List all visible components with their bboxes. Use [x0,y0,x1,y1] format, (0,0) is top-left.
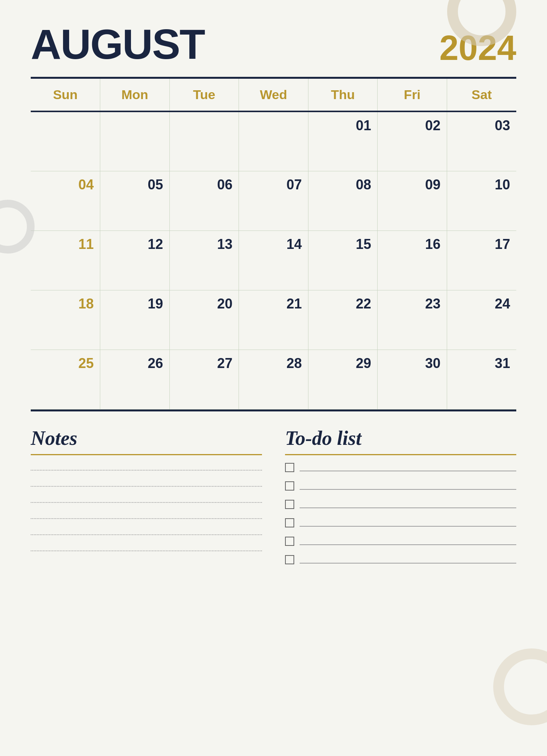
date-number: 27 [176,355,233,371]
calendar-week-row: 04050607080910 [31,171,516,230]
calendar-cell: 09 [378,171,447,230]
day-header-sat: Sat [447,79,516,111]
calendar-cell: 24 [447,290,516,350]
todo-item-line [300,519,516,527]
calendar-cell: 04 [31,171,100,230]
date-number: 07 [245,177,302,193]
calendar-cell: 02 [378,111,447,171]
bottom-section: Notes To-do list [31,427,516,574]
calendar-cell: 07 [239,171,308,230]
todo-item-line [300,556,516,564]
date-number: 28 [245,355,302,371]
calendar-cell: 11 [31,230,100,290]
calendar-cell: 31 [447,350,516,409]
calendar-cell: 15 [308,230,378,290]
calendar-cell: 05 [100,171,170,230]
date-number: 11 [37,236,94,252]
date-number: 22 [315,296,371,312]
calendar-cell: 00 [239,111,308,171]
day-header-tue: Tue [169,79,239,111]
calendar-header-row: Sun Mon Tue Wed Thu Fri Sat [31,79,516,111]
notes-title: Notes [31,427,262,449]
date-number: 17 [453,236,510,252]
calendar-cell: 13 [169,230,239,290]
calendar-cell: 01 [308,111,378,171]
date-number: 25 [37,355,94,371]
todo-item [285,463,516,472]
notes-line [31,463,262,471]
date-number: 01 [315,118,371,134]
calendar-week-row: 11121314151617 [31,230,516,290]
todo-checkbox[interactable] [285,463,294,472]
todo-item-line [300,537,516,545]
calendar-cell: 23 [378,290,447,350]
notes-lines [31,463,262,551]
todo-checkbox[interactable] [285,518,294,527]
todo-checkbox[interactable] [285,500,294,509]
notes-line [31,511,262,519]
date-number: 31 [453,355,510,371]
todo-item-line [300,482,516,490]
calendar-cell: 16 [378,230,447,290]
calendar-cell: 19 [100,290,170,350]
day-header-thu: Thu [308,79,378,111]
date-number: 00 [176,118,233,134]
deco-circle-bottom-right [493,648,547,725]
date-number: 13 [176,236,233,252]
date-number: 15 [315,236,371,252]
date-number: 00 [106,118,163,134]
notes-line [31,479,262,487]
date-number: 10 [453,177,510,193]
day-header-fri: Fri [378,79,447,111]
calendar-cell: 08 [308,171,378,230]
date-number: 04 [37,177,94,193]
date-number: 00 [37,118,94,134]
notes-section: Notes [31,427,262,574]
day-header-mon: Mon [100,79,170,111]
calendar-cell: 21 [239,290,308,350]
todo-item-line [300,501,516,508]
bottom-border [31,410,516,411]
date-number: 09 [384,177,441,193]
todo-title: To-do list [285,427,516,449]
calendar-cell: 03 [447,111,516,171]
date-number: 14 [245,236,302,252]
date-number: 19 [106,296,163,312]
calendar-week-row: 18192021222324 [31,290,516,350]
calendar-cell: 00 [31,111,100,171]
date-number: 06 [176,177,233,193]
calendar-cell: 30 [378,350,447,409]
todo-item [285,555,516,564]
calendar-table: Sun Mon Tue Wed Thu Fri Sat 000000000102… [31,79,516,410]
day-header-wed: Wed [239,79,308,111]
todo-checkbox[interactable] [285,537,294,546]
todo-item [285,537,516,546]
todo-checkbox[interactable] [285,555,294,564]
todo-item [285,518,516,527]
calendar-page: AUGUST 2024 Sun Mon Tue Wed Thu Fri Sat … [0,0,547,756]
date-number: 12 [106,236,163,252]
notes-underline [31,454,262,455]
todo-item [285,481,516,491]
date-number: 23 [384,296,441,312]
calendar-cell: 10 [447,171,516,230]
todo-checkbox[interactable] [285,481,294,491]
calendar-cell: 17 [447,230,516,290]
date-number: 08 [315,177,371,193]
todo-items [285,463,516,564]
date-number: 02 [384,118,441,134]
calendar-cell: 27 [169,350,239,409]
notes-line [31,495,262,503]
month-title: AUGUST [31,23,204,65]
date-number: 21 [245,296,302,312]
date-number: 26 [106,355,163,371]
calendar-cell: 25 [31,350,100,409]
date-number: 00 [245,118,302,134]
calendar-week-row: 00000000010203 [31,111,516,171]
calendar-cell: 00 [169,111,239,171]
calendar-cell: 20 [169,290,239,350]
date-number: 18 [37,296,94,312]
calendar-cell: 22 [308,290,378,350]
day-header-sun: Sun [31,79,100,111]
todo-underline [285,454,516,455]
